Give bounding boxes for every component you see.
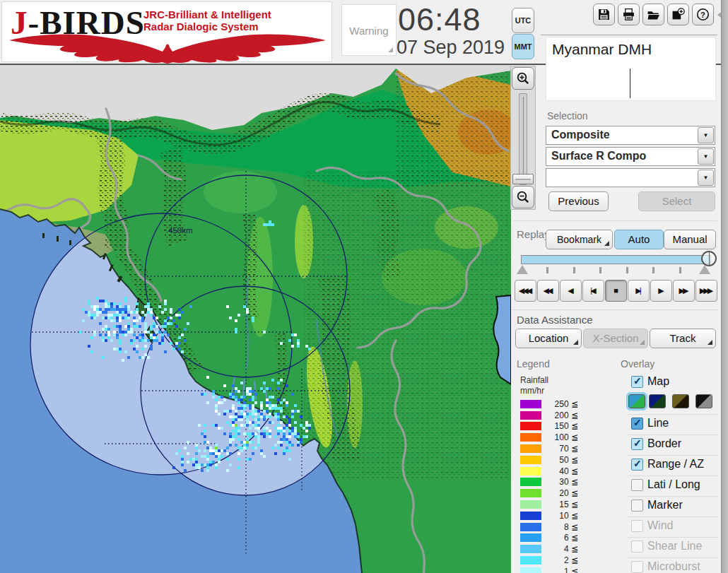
divider [628,537,718,538]
x-section-button[interactable]: X-Section [583,329,648,348]
track-button[interactable]: Track [650,329,716,348]
divider [628,414,718,415]
site-box[interactable]: Myanmar DMH [546,37,716,101]
overlay-item-line[interactable]: ✓Line [630,417,719,432]
track-label: Track [670,332,696,344]
checkbox-checked-icon[interactable]: ✓ [631,438,643,450]
slider-end-marker[interactable] [699,265,710,274]
legend-value: 150 ≦ [541,421,578,431]
select-button[interactable]: Select [638,191,715,211]
checkbox-unchecked-icon[interactable] [631,479,643,491]
rewind-fastest-button[interactable]: ◀◀◀ [515,280,536,302]
overlay-item-border[interactable]: ✓Border [630,437,719,453]
map-style-navy-terrain[interactable] [649,394,666,408]
manual-mode-button[interactable]: Manual [664,230,716,249]
overlay-item-label: Lati / Long [647,478,700,491]
bookmark-button[interactable]: Bookmark [546,230,613,249]
text-caret [630,69,630,98]
map-style-gray-terrain[interactable] [695,394,712,408]
legend-row: 8 ≦ [520,521,598,533]
checkbox-unchecked-icon [631,520,643,532]
legend-row: 200 ≦ [520,410,598,421]
legend-swatch [520,478,541,486]
step-backward-button[interactable]: |◀ [582,280,604,302]
location-label: Location [529,332,569,344]
forward-fast-button[interactable]: ▶▶ [673,280,695,302]
chevron-down-icon[interactable]: ▼ [698,148,714,165]
legend-value: 200 ≦ [541,410,578,420]
bookmark-label: Bookmark [557,234,601,245]
legend-row: 70 ≦ [520,443,598,454]
overlay-item-label: Range / AZ [647,458,704,471]
stop-button[interactable]: ■ [605,280,627,302]
checkbox-unchecked-icon [631,561,643,573]
chevron-down-icon[interactable]: ▼ [698,127,714,143]
legend-value: 50 ≦ [541,455,578,465]
divider [512,309,717,310]
radar-map[interactable]: 450km [0,65,511,573]
clock-time: 06:48 [398,1,511,38]
warning-button[interactable]: Warning [341,4,397,56]
auto-mode-button[interactable]: Auto [614,230,664,249]
check-mark-icon: ✓ [633,375,642,386]
dropdown-product-type[interactable]: Composite ▼ [546,126,715,145]
legend-row: 50 ≦ [520,454,598,466]
legend-row: 30 ≦ [520,477,598,488]
checkbox-checked-icon[interactable]: ✓ [631,418,643,430]
legend-value: 4 ≦ [541,544,578,554]
legend-swatch [520,523,541,531]
step-forward-button[interactable]: ▶| [628,280,650,302]
x-section-label: X-Section [592,332,638,344]
overlay-item-label: Map [647,375,669,388]
rewind-fast-button[interactable]: ◀◀ [537,280,559,302]
play-forward-button[interactable]: ▶ [650,280,672,302]
legend-row: 250 ≦ [520,398,598,410]
overlay-item-range-az[interactable]: ✓Range / AZ [630,458,719,473]
legend-label: Legend [517,358,550,370]
checkbox-checked-icon[interactable]: ✓ [631,459,643,471]
clock-date: 07 Sep 2019 [397,37,517,59]
checkbox-checked-icon[interactable]: ✓ [631,376,643,388]
location-button[interactable]: Location [515,329,582,348]
overlay-item-label: Wind [647,519,673,532]
slider-tick [652,267,654,273]
replay-slider-track[interactable] [521,255,711,264]
legend-swatch [520,556,541,565]
play-backward-button[interactable]: ◀ [560,280,582,302]
slider-tick [599,267,601,273]
overlay-label: Overlay [621,358,654,370]
legend-value: 8 ≦ [541,522,578,532]
slider-tick [546,267,548,273]
legend-row: 15 ≦ [520,499,598,510]
legend-swatch [520,422,541,430]
forward-fastest-button[interactable]: ▶▶▶ [695,280,717,302]
legend-row: 100 ≦ [520,432,598,443]
map-style-selector [627,393,719,411]
map-style-green-terrain[interactable] [628,394,645,408]
overlay-item-map[interactable]: ✓Map [630,375,719,391]
dropdown-product[interactable]: Surface R Compo ▼ [546,147,715,166]
map-style-olive-terrain[interactable] [672,394,689,408]
selection-label: Selection [547,110,588,122]
slider-tick [679,267,681,273]
legend-value: 15 ≦ [541,500,578,509]
divider [628,557,718,558]
checkbox-unchecked-icon [631,540,643,553]
previous-button[interactable]: Previous [548,191,609,211]
overlay-item-label: Microburst [647,560,700,573]
dropdown-product-type-value: Composite [551,129,610,141]
warning-label: Warning [349,25,388,37]
dropdown-product-value: Surface R Compo [551,150,646,163]
legend-row: 2 ≦ [520,555,598,566]
legend-swatch [520,433,541,442]
legend-value: 2 ≦ [541,555,578,565]
chevron-down-icon[interactable]: ▼ [698,170,714,186]
overlay-item-lati-long[interactable]: Lati / Long [630,478,719,494]
replay-slider-thumb[interactable] [701,251,717,266]
checkbox-unchecked-icon[interactable] [631,500,643,512]
dropdown-option[interactable]: ▼ [546,168,715,187]
panel-gutter[interactable] [721,0,728,573]
slider-start-marker[interactable] [517,265,528,274]
divider [628,475,718,476]
overlay-item-marker[interactable]: Marker [630,499,719,514]
